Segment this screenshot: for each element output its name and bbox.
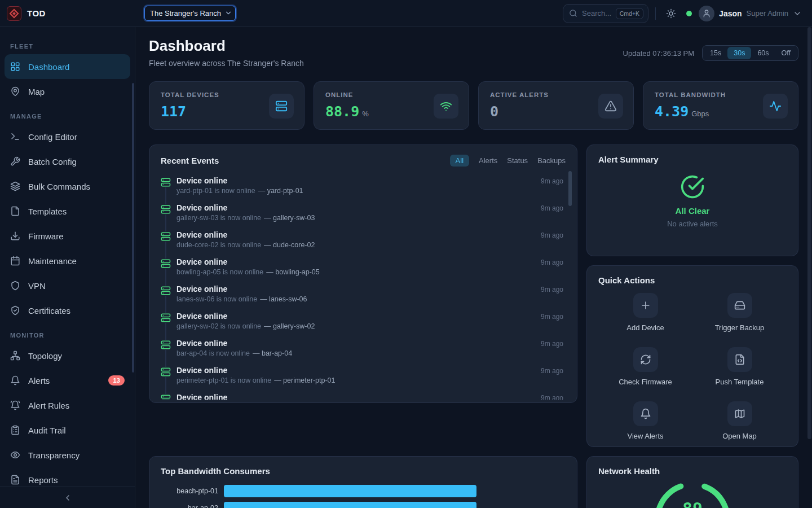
sidebar-item-label: Bulk Commands <box>28 182 90 191</box>
sidebar-item-firmware[interactable]: Firmware <box>5 224 130 248</box>
sidebar-item-dashboard[interactable]: Dashboard <box>5 54 130 79</box>
events-tab-backups[interactable]: Backups <box>537 155 566 167</box>
server-icon <box>161 204 171 214</box>
event-title: Device online <box>176 257 227 266</box>
server-icon <box>161 177 171 187</box>
event-title: Device online <box>176 203 227 212</box>
sidebar-item-config-editor[interactable]: Config Editor <box>5 124 130 149</box>
event-time: 9m ago <box>541 367 563 375</box>
stat-value: 117 <box>161 103 186 120</box>
sidebar-item-label: Transparency <box>28 450 80 460</box>
view-alerts-button[interactable]: View Alerts <box>598 401 692 440</box>
event-row[interactable]: Device online9m agogallery-sw-03 is now … <box>161 201 566 228</box>
wrench-icon <box>10 156 20 167</box>
refresh-option-off[interactable]: Off <box>775 47 797 59</box>
refresh-interval-control: 15s 30s 60s Off <box>702 45 798 61</box>
server-icon <box>161 340 171 350</box>
search-input[interactable] <box>582 9 611 17</box>
sidebar-item-maintenance[interactable]: Maintenance <box>5 248 130 273</box>
site-selector-wrap: The Stranger's Ranch <box>144 6 236 21</box>
event-row[interactable]: Device online9m agoyard-ptp-01 is now on… <box>161 174 566 201</box>
sidebar-item-label: Map <box>28 87 45 97</box>
event-title: Device online <box>176 393 227 400</box>
dashboard-grid-icon <box>10 62 20 72</box>
trigger-backup-button[interactable]: Trigger Backup <box>692 293 787 332</box>
sidebar-scrollbar[interactable] <box>132 83 134 373</box>
events-tab-alerts[interactable]: Alerts <box>479 155 497 167</box>
sidebar-item-alerts[interactable]: Alerts 13 <box>5 368 130 393</box>
event-row[interactable]: Device online9m agoperimeter-ptp-01 is n… <box>161 364 566 391</box>
stat-icon-box <box>434 94 458 119</box>
top-bandwidth-title: Top Bandwidth Consumers <box>161 466 566 476</box>
bandwidth-row: beach-ptp-01 <box>161 485 566 497</box>
brand: TOD <box>0 6 135 21</box>
terminal-icon <box>10 132 20 142</box>
sidebar-item-audit-trail[interactable]: Audit Trail <box>5 418 130 443</box>
window-scrollbar[interactable] <box>807 27 811 439</box>
server-icon <box>161 231 171 242</box>
event-time: 9m ago <box>541 231 563 239</box>
event-row[interactable]: Device online9m agobowling-ap-05 is now … <box>161 255 566 282</box>
stat-card-total-devices: TOTAL DEVICES 117 <box>149 81 304 130</box>
search-shortcut-badge: Cmd+K <box>616 8 643 19</box>
server-icon <box>161 259 171 269</box>
page-title: Dashboard <box>149 37 304 55</box>
refresh-option-30s[interactable]: 30s <box>727 47 751 59</box>
add-device-button[interactable]: Add Device <box>598 293 692 332</box>
event-row[interactable]: Device online9m ago <box>161 391 566 400</box>
network-health-title: Network Health <box>598 466 787 476</box>
sidebar-item-label: VPN <box>28 281 46 291</box>
sidebar-item-vpn[interactable]: VPN <box>5 273 130 298</box>
calendar-icon <box>10 256 20 266</box>
sidebar-item-certificates[interactable]: Certificates <box>5 298 130 323</box>
main-content: Dashboard Fleet overview across The Stra… <box>135 27 812 508</box>
events-tab-status[interactable]: Status <box>507 155 528 167</box>
bell-icon <box>10 375 20 386</box>
events-tab-all[interactable]: All <box>450 155 469 167</box>
push-template-button[interactable]: Push Template <box>692 347 787 386</box>
sidebar-item-label: Maintenance <box>28 256 77 266</box>
map-pin-icon <box>10 86 20 97</box>
site-selector[interactable]: The Stranger's Ranch <box>144 6 236 21</box>
sidebar-item-map[interactable]: Map <box>5 79 130 104</box>
events-filter-tabs: All Alerts Status Backups <box>450 155 566 167</box>
server-icon <box>161 394 171 400</box>
sidebar-item-topology[interactable]: Topology <box>5 343 130 368</box>
sidebar-item-transparency[interactable]: Transparency <box>5 443 130 467</box>
sidebar-item-label: Dashboard <box>28 62 69 72</box>
bandwidth-bar-chart: beach-ptp-01 bar-ap-02 <box>161 485 566 508</box>
refresh-option-60s[interactable]: 60s <box>751 47 775 59</box>
sidebar-item-templates[interactable]: Templates <box>5 199 130 224</box>
stat-unit: Gbps <box>691 110 709 118</box>
bell-ring-icon <box>10 400 20 410</box>
global-search[interactable]: Cmd+K <box>563 4 648 23</box>
events-scrollbar[interactable] <box>568 171 572 206</box>
sidebar-item-bulk-commands[interactable]: Bulk Commands <box>5 174 130 199</box>
event-row[interactable]: Device online9m agogallery-sw-02 is now … <box>161 309 566 336</box>
sidebar-item-label: Templates <box>28 207 67 216</box>
sidebar-item-batch-config[interactable]: Batch Config <box>5 149 130 174</box>
stat-icon-box <box>269 94 294 119</box>
event-time: 9m ago <box>541 259 563 266</box>
sidebar-section-monitor: MONITOR <box>5 323 130 343</box>
event-detail: gallery-sw-02 is now online— gallery-sw-… <box>176 322 563 330</box>
top-bar: TOD The Stranger's Ranch Cmd+K Jason Sup… <box>0 0 812 27</box>
sidebar-collapse-button[interactable] <box>0 487 135 508</box>
activity-icon <box>769 100 782 112</box>
sidebar-item-alert-rules[interactable]: Alert Rules <box>5 393 130 418</box>
open-map-button[interactable]: Open Map <box>692 401 787 440</box>
chevron-down-icon[interactable] <box>793 9 802 18</box>
bandwidth-row: bar-ap-02 <box>161 502 566 508</box>
sidebar-item-label: Batch Config <box>28 157 77 167</box>
check-firmware-button[interactable]: Check Firmware <box>598 347 692 386</box>
theme-toggle-button[interactable] <box>663 5 679 22</box>
user-menu[interactable]: Jason Super Admin <box>699 6 802 21</box>
alert-summary-title: Alert Summary <box>598 155 787 164</box>
event-detail: perimeter-ptp-01 is now online— perimete… <box>176 376 563 384</box>
event-row[interactable]: Device online9m agobar-ap-04 is now onli… <box>161 336 566 364</box>
event-row[interactable]: Device online9m agodude-core-02 is now o… <box>161 228 566 255</box>
event-time: 9m ago <box>541 177 563 185</box>
event-row[interactable]: Device online9m agolanes-sw-06 is now on… <box>161 282 566 309</box>
refresh-option-15s[interactable]: 15s <box>704 47 727 59</box>
hard-drive-icon <box>734 300 745 311</box>
